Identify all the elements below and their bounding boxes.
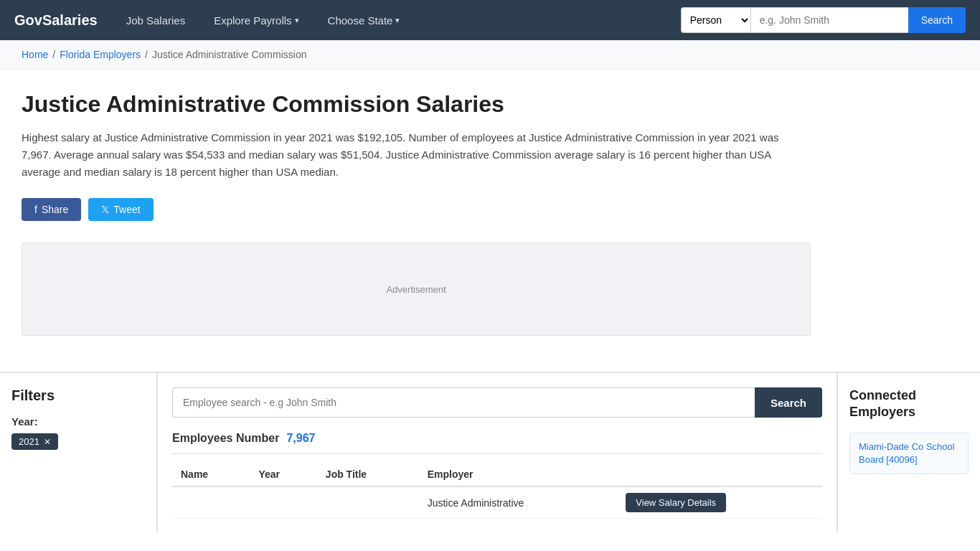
breadcrumb-sep1: / (52, 49, 55, 60)
nav-search-form: Person Employer Search (681, 7, 966, 33)
year-filter-badge[interactable]: 2021 ✕ (11, 433, 58, 450)
search-type-select[interactable]: Person Employer (681, 7, 750, 33)
twitter-icon: 𝕏 (101, 204, 109, 215)
tweet-button[interactable]: 𝕏 Tweet (88, 198, 153, 221)
breadcrumb-current: Justice Administrative Commission (152, 49, 307, 60)
employee-search-input[interactable] (172, 387, 755, 418)
employees-number-value: 7,967 (286, 432, 315, 445)
employees-number-label: Employees Number (172, 432, 279, 445)
share-button[interactable]: f Share (22, 198, 81, 221)
col-job-title: Job Title (317, 463, 419, 486)
employer-card: Miami-Dade Co School Board [40096] (849, 433, 969, 474)
breadcrumb-sep2: / (145, 49, 148, 60)
employees-number-row: Employees Number 7,967 (172, 432, 822, 454)
filters-title: Filters (11, 387, 145, 404)
cell-name (172, 486, 250, 519)
connected-employers-title: Connected Employers (849, 387, 969, 421)
employee-search-button[interactable]: Search (755, 387, 822, 418)
table-header: Name Year Job Title Employer (172, 463, 822, 486)
explore-payrolls-link[interactable]: Explore Payrolls ▾ (207, 9, 306, 32)
facebook-icon: f (34, 204, 37, 215)
filters-panel: Filters Year: 2021 ✕ (0, 373, 158, 533)
advertisement-box: Advertisement (22, 242, 811, 336)
page-description: Highest salary at Justice Administrative… (22, 129, 796, 181)
main-content: Justice Administrative Commission Salari… (0, 70, 980, 372)
cell-job-title (317, 486, 419, 519)
year-value: 2021 (19, 436, 39, 447)
col-year: Year (250, 463, 316, 486)
cell-year (250, 486, 316, 519)
employee-search-row: Search (172, 387, 822, 418)
nav-search-input[interactable] (750, 7, 908, 33)
breadcrumb: Home / Florida Employers / Justice Admin… (0, 40, 980, 70)
choose-state-link[interactable]: Choose State ▾ (321, 9, 407, 32)
page-title: Justice Administrative Commission Salari… (22, 91, 958, 118)
breadcrumb-home[interactable]: Home (22, 49, 48, 60)
choose-state-chevron-icon: ▾ (395, 16, 400, 25)
remove-year-filter-icon[interactable]: ✕ (44, 437, 51, 447)
job-salaries-link[interactable]: Job Salaries (119, 9, 193, 32)
cell-action: View Salary Details (617, 486, 822, 519)
navbar: GovSalaries Job Salaries Explore Payroll… (0, 0, 980, 40)
table-area: Search Employees Number 7,967 Name Year … (158, 373, 837, 533)
view-salary-details-button[interactable]: View Salary Details (626, 493, 726, 512)
explore-payrolls-chevron-icon: ▾ (295, 16, 299, 25)
table-row: Justice Administrative View Salary Detai… (172, 486, 822, 519)
table-body: Justice Administrative View Salary Detai… (172, 486, 822, 519)
miami-dade-employer-link[interactable]: Miami-Dade Co School Board [40096] (859, 441, 955, 465)
social-buttons: f Share 𝕏 Tweet (22, 198, 958, 221)
nav-search-button[interactable]: Search (908, 7, 966, 33)
bottom-section: Filters Year: 2021 ✕ Search Employees Nu… (0, 372, 980, 533)
col-action (617, 463, 822, 486)
col-name: Name (172, 463, 250, 486)
site-brand[interactable]: GovSalaries (14, 12, 98, 29)
year-filter-label: Year: (11, 415, 145, 428)
salary-table: Name Year Job Title Employer Justice Adm… (172, 463, 822, 519)
cell-employer: Justice Administrative (419, 486, 618, 519)
connected-employers-panel: Connected Employers Miami-Dade Co School… (837, 373, 980, 533)
breadcrumb-florida[interactable]: Florida Employers (60, 49, 141, 60)
col-employer: Employer (419, 463, 618, 486)
